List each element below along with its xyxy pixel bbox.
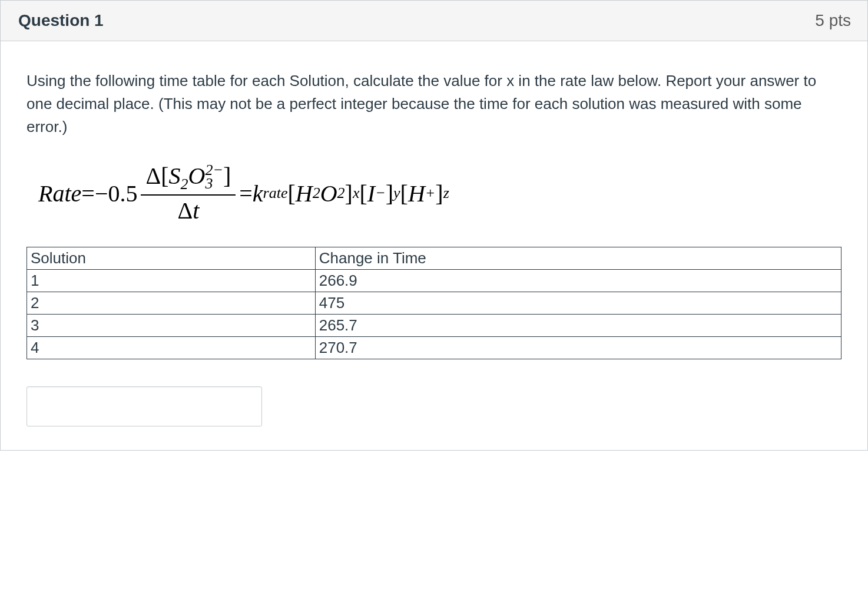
question-instructions: Using the following time table for each … [26,70,842,138]
eq-bracket-close: ] [223,163,231,189]
eq-Hp: H [408,180,425,207]
eq-H: H [296,180,313,207]
table-row: 4 270.7 [27,337,842,359]
eq-exp-z: z [443,184,449,202]
eq-delta: Δ [145,163,161,189]
eq-br-open-3: [ [400,180,408,207]
eq-br-open-2: [ [359,180,367,207]
table-cell: 265.7 [315,315,841,337]
table-row: 1 266.9 [27,270,842,292]
table-header-row: Solution Change in Time [27,247,842,270]
eq-equals: = [81,180,95,207]
eq-S-sub: 2 [181,176,188,193]
table-cell: 3 [27,315,316,337]
eq-I-sup: − [375,184,386,202]
question-body: Using the following time table for each … [1,41,867,450]
eq-O2: O [320,180,337,207]
question-header: Question 1 5 pts [1,1,867,41]
eq-O2-sub: 2 [337,184,345,202]
table-header-time: Change in Time [315,247,841,270]
eq-O-supsub: 2−3 [205,163,223,191]
eq-I: I [367,180,375,207]
rate-equation: Rate = −0.5 Δ[S2O2−3] Δt = krate [H2O2]x… [26,156,842,242]
question-card: Question 1 5 pts Using the following tim… [0,0,868,451]
eq-br-close-1: ] [345,180,353,207]
eq-exp-y: y [393,184,400,202]
eq-delta-den: Δ [177,197,193,224]
eq-Hp-sup: + [425,184,436,202]
table-row: 2 475 [27,292,842,315]
eq-O-sub: 3 [205,177,223,190]
eq-br-open-1: [ [287,180,295,207]
answer-input[interactable] [26,386,262,426]
eq-bracket-open: [ [161,163,168,189]
table-cell: 475 [315,292,841,315]
eq-frac-denominator: Δt [173,196,204,224]
eq-fraction: Δ[S2O2−3] Δt [141,162,236,224]
eq-H-sub: 2 [313,184,320,202]
eq-k: k [253,180,263,207]
table-cell: 1 [27,270,316,292]
eq-br-close-3: ] [435,180,443,207]
eq-coef: −0.5 [95,180,138,207]
eq-rate: Rate [38,180,81,207]
eq-br-close-2: ] [386,180,393,207]
question-points: 5 pts [815,11,851,30]
question-title: Question 1 [18,11,104,30]
eq-t: t [193,197,199,224]
eq-S: S [169,163,181,189]
table-header-solution: Solution [27,247,316,270]
table-cell: 266.9 [315,270,841,292]
eq-exp-x: x [353,184,360,202]
eq-frac-numerator: Δ[S2O2−3] [141,162,236,196]
eq-k-sub: rate [263,184,288,202]
table-row: 3 265.7 [27,315,842,337]
table-cell: 2 [27,292,316,315]
table-cell: 4 [27,337,316,359]
table-cell: 270.7 [315,337,841,359]
eq-equals2: = [239,180,253,207]
eq-O: O [188,163,206,189]
time-table: Solution Change in Time 1 266.9 2 475 3 … [26,247,842,359]
